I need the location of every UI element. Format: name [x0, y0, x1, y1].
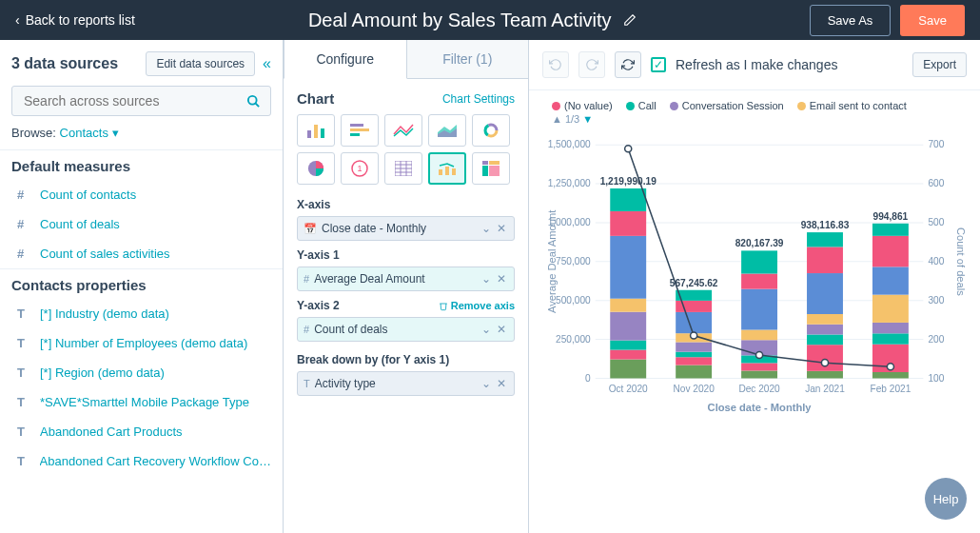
property-item[interactable]: TAbandoned Cart Recovery Workflow Con… [0, 446, 283, 476]
chevron-down-icon[interactable]: ⌄ [478, 323, 495, 336]
hash-icon: # [17, 247, 30, 261]
chart-type-kpi[interactable]: 1 [341, 152, 379, 185]
chart-heading: Chart [297, 90, 334, 107]
chart-type-line[interactable] [384, 114, 422, 147]
remove-axis-link[interactable]: Remove axis [439, 300, 515, 311]
svg-text:Nov 2020: Nov 2020 [673, 384, 715, 394]
svg-rect-83 [807, 325, 843, 335]
svg-rect-70 [741, 370, 777, 378]
svg-rect-86 [807, 247, 843, 273]
svg-rect-50 [610, 360, 646, 379]
svg-text:Dec 2020: Dec 2020 [738, 384, 780, 394]
svg-rect-55 [610, 236, 646, 299]
back-link[interactable]: ‹ Back to reports list [15, 12, 135, 28]
chevron-down-icon[interactable]: ⌄ [478, 222, 495, 235]
x-axis-label: X-axis [297, 198, 515, 211]
close-icon[interactable]: ✕ [495, 323, 508, 336]
svg-point-103 [821, 360, 828, 366]
undo-button[interactable] [542, 51, 569, 78]
edit-sources-button[interactable]: Edit data sources [146, 51, 255, 76]
chevron-down-icon[interactable]: ⌄ [478, 272, 495, 286]
text-icon: T [17, 395, 30, 409]
chart-type-vbar[interactable] [297, 114, 335, 147]
svg-rect-92 [872, 333, 909, 344]
close-icon[interactable]: ✕ [495, 272, 508, 286]
chart-type-table[interactable] [384, 152, 422, 185]
chevron-down-icon[interactable]: ⌄ [478, 377, 495, 390]
export-button[interactable]: Export [912, 52, 967, 77]
collapse-panel-icon[interactable]: « [263, 55, 271, 72]
search-input[interactable] [22, 92, 246, 109]
svg-rect-80 [807, 371, 843, 379]
close-icon[interactable]: ✕ [495, 222, 508, 235]
page-title: Deal Amount by Sales Team Activity [308, 10, 612, 31]
text-icon: T [17, 424, 30, 439]
chart-settings-link[interactable]: Chart Settings [442, 92, 515, 106]
svg-rect-23 [445, 167, 449, 175]
refresh-button[interactable] [615, 51, 641, 78]
measure-item[interactable]: #Count of deals [0, 209, 283, 239]
auto-refresh-checkbox[interactable]: ✓ [651, 57, 666, 72]
measure-item[interactable]: #Count of contacts [0, 180, 283, 209]
chart-type-pivot[interactable] [472, 152, 510, 185]
legend-pager[interactable]: ▲ 1/3 ▼ [542, 113, 967, 125]
hash-icon: # [17, 217, 30, 231]
search-icon [246, 94, 261, 109]
svg-text:300: 300 [928, 295, 944, 306]
sources-title: 3 data sources [11, 55, 138, 72]
svg-text:200: 200 [928, 334, 944, 345]
chart-type-donut[interactable] [472, 114, 510, 147]
text-icon: T [17, 336, 30, 350]
property-item[interactable]: T[*] Region (demo data) [0, 358, 283, 387]
property-item[interactable]: T[*] Industry (demo data) [0, 299, 283, 328]
svg-rect-96 [872, 236, 909, 267]
chart-legend: (No value)CallConversation SessionEmail … [542, 100, 967, 111]
property-item[interactable]: TAbandoned Cart Products [0, 417, 283, 446]
search-input-wrapper[interactable] [11, 86, 271, 116]
svg-rect-4 [321, 128, 324, 138]
property-item[interactable]: T[*] Number of Employees (demo data) [0, 328, 283, 358]
svg-rect-81 [807, 345, 843, 371]
browse-dropdown[interactable]: Contacts ▾ [60, 126, 119, 140]
save-button[interactable]: Save [900, 5, 965, 36]
breakdown-field[interactable]: T Activity type ⌄ ✕ [297, 371, 515, 396]
redo-button[interactable] [578, 51, 605, 78]
svg-rect-27 [482, 166, 488, 176]
property-item[interactable]: T*SAVE*Smarttel Mobile Package Type [0, 387, 283, 417]
svg-rect-62 [676, 352, 712, 358]
legend-item: Email sent to contact [797, 100, 907, 111]
help-button[interactable]: Help [925, 478, 967, 520]
tab-configure[interactable]: Configure [284, 40, 407, 79]
y2-axis-field[interactable]: # Count of deals ⌄ ✕ [297, 317, 515, 342]
svg-rect-95 [872, 266, 909, 294]
calendar-icon: 📅 [304, 223, 317, 235]
browse-label: Browse: [11, 126, 56, 140]
chart-type-hbar[interactable] [341, 114, 379, 147]
svg-rect-85 [807, 273, 843, 314]
svg-text:820,167.39: 820,167.39 [735, 238, 784, 248]
y1-axis-field[interactable]: # Average Deal Amount ⌄ ✕ [297, 266, 515, 291]
measures-heading: Default measures [0, 149, 283, 180]
y1-axis-label: Y-axis 1 [297, 248, 515, 262]
chart-type-pie[interactable] [297, 152, 335, 185]
svg-rect-94 [872, 295, 909, 323]
legend-dot-icon [552, 102, 560, 110]
hash-icon: # [304, 273, 309, 285]
tab-filter[interactable]: Filter (1) [407, 40, 529, 79]
edit-title-icon[interactable] [623, 13, 637, 27]
svg-text:500,000: 500,000 [556, 295, 591, 306]
svg-text:Oct 2020: Oct 2020 [609, 384, 648, 394]
svg-rect-5 [350, 124, 363, 127]
svg-rect-2 [307, 130, 311, 138]
hash-icon: # [304, 324, 309, 335]
x-axis-field[interactable]: 📅 Close date - Monthly ⌄ ✕ [297, 216, 515, 241]
svg-rect-51 [610, 350, 646, 360]
measure-item[interactable]: #Count of sales activities [0, 239, 283, 268]
svg-rect-63 [676, 342, 712, 351]
save-as-button[interactable]: Save As [810, 5, 892, 36]
chart-type-combo[interactable] [428, 152, 466, 185]
svg-text:750,000: 750,000 [556, 256, 591, 266]
close-icon[interactable]: ✕ [495, 377, 508, 390]
svg-text:400: 400 [928, 256, 944, 266]
chart-type-area[interactable] [428, 114, 466, 147]
